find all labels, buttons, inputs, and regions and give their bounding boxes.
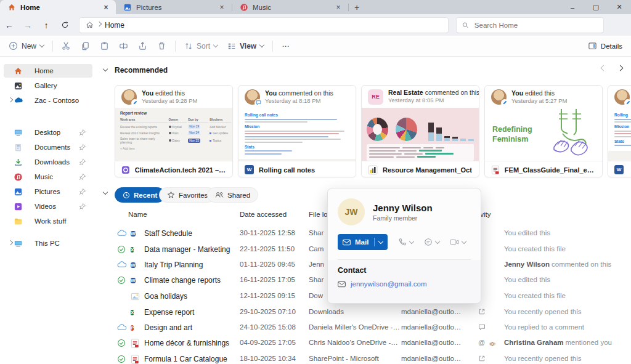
avatar [121, 89, 137, 105]
more-button[interactable]: ⋯ [277, 38, 294, 55]
table-row[interactable]: P Design and art 24-10-2025 15:08 Daniel… [96, 321, 631, 336]
activity-text: commented on this [552, 261, 611, 268]
sidebar-item-documents[interactable]: Documents [4, 140, 92, 154]
chevron-down-icon[interactable] [435, 238, 440, 243]
chevron-down-icon[interactable] [462, 238, 466, 243]
chevron-down-icon[interactable] [378, 238, 383, 243]
cut-button[interactable] [57, 38, 76, 55]
tab-music[interactable]: Music × [232, 0, 348, 14]
mail-button[interactable]: Mail [338, 234, 388, 250]
word-icon: W [614, 165, 624, 174]
chevron-down-icon[interactable] [409, 238, 414, 243]
chat-button[interactable] [424, 238, 439, 246]
search-box[interactable] [456, 17, 604, 33]
up-button[interactable]: ↑ [37, 20, 55, 30]
contact-email-link[interactable]: jennywilson@gmail.com [351, 280, 427, 288]
close-button[interactable]: ✕ [608, 0, 631, 14]
share-button[interactable] [133, 38, 152, 55]
chevron-expand-icon[interactable] [8, 97, 13, 102]
activity-text: mentioned you [566, 339, 612, 346]
carousel-prev-icon[interactable] [601, 65, 607, 71]
minimize-button[interactable]: – [561, 0, 584, 14]
table-row[interactable]: Formula 1 Car Catalogue 18-10-2025 10:34… [96, 352, 631, 364]
filter-label: Shared [227, 192, 250, 199]
chevron-down-icon [39, 42, 44, 47]
column-name[interactable]: Name [128, 211, 147, 218]
collapse-chevron-icon[interactable] [103, 190, 108, 195]
card-header: Youedited this Yesterday at 9:28 PM [115, 86, 232, 108]
card-header: Youcommented on this Yesterday at 8:18 P… [238, 86, 356, 108]
view-button[interactable]: View [222, 38, 269, 55]
sidebar-item-label: This PC [35, 240, 60, 247]
sidebar-item-desktop[interactable]: Desktop [4, 126, 92, 139]
recommended-section-header: Recommended [96, 64, 631, 78]
sidebar-item-zac-contoso[interactable]: Zac - Contoso [4, 94, 92, 107]
sidebar-item-home[interactable]: Home [4, 64, 92, 78]
back-button[interactable]: ← [0, 20, 18, 30]
recommended-card-climateaction[interactable]: Youedited this Yesterday at 9:28 PM Repo… [115, 85, 233, 177]
details-button[interactable]: Details [588, 41, 627, 51]
tab-home[interactable]: Home × [0, 0, 116, 14]
chevron-expand-icon[interactable] [8, 240, 13, 245]
video-call-button[interactable] [450, 238, 466, 246]
paste-button[interactable] [95, 38, 114, 55]
collapse-chevron-icon[interactable] [103, 67, 108, 71]
file-name[interactable]: Formula 1 Car Catalogue [144, 355, 227, 363]
file-name[interactable]: Home décor & furnishings [144, 339, 229, 347]
word-icon: W [131, 229, 136, 238]
pencil-badge-icon [624, 99, 631, 107]
rename-button[interactable] [114, 38, 133, 55]
pin-icon [79, 203, 86, 210]
sidebar: Home Gallery Zac - Contoso Desktop Docum… [0, 57, 97, 364]
call-button[interactable] [398, 238, 413, 246]
breadcrumb-location[interactable]: Home [105, 21, 124, 30]
recommended-card-rolling-call-notes[interactable]: Youcommented on this Yesterday at 8:18 P… [238, 85, 356, 177]
comment-icon [478, 323, 486, 331]
refresh-button[interactable] [55, 21, 74, 29]
maximize-button[interactable]: ▢ [584, 0, 608, 14]
recommended-card-partial[interactable]: Rolling Mission Stats W [608, 85, 631, 177]
sidebar-item-pictures[interactable]: Pictures [4, 185, 92, 198]
new-button[interactable]: New [4, 38, 49, 55]
opened-icon [478, 355, 486, 362]
delete-button[interactable] [152, 38, 171, 55]
file-name[interactable]: Italy Trip Planning [144, 261, 203, 269]
sort-button[interactable]: Sort [179, 38, 222, 55]
tab-pictures[interactable]: Pictures × [116, 0, 232, 14]
pencil-badge-icon [131, 99, 139, 107]
table-row[interactable]: X Expense report 29-10-2025 07:10 Downlo… [96, 305, 631, 321]
file-name[interactable]: Climate change reports [144, 276, 221, 285]
video-icon [450, 238, 459, 246]
forward-button[interactable]: → [18, 20, 37, 30]
file-name[interactable]: Design and art [144, 323, 192, 332]
details-pane-icon [588, 41, 597, 51]
new-tab-button[interactable]: + [349, 0, 365, 14]
breadcrumb[interactable]: Home [79, 17, 449, 33]
file-name[interactable]: Goa holidays [144, 292, 187, 301]
file-name[interactable]: Staff Schedule [144, 229, 192, 238]
sidebar-item-downloads[interactable]: Downloads [4, 155, 92, 169]
sidebar-item-this-pc[interactable]: This PC [4, 237, 92, 250]
tab-close-icon[interactable]: × [217, 3, 227, 12]
recommended-card-fem-classguide[interactable]: Youedited this Yesterday at 5:27 PM Rede… [484, 85, 603, 177]
tab-close-icon[interactable]: × [101, 3, 111, 12]
sidebar-item-gallery[interactable]: Gallery [4, 79, 92, 92]
search-input[interactable] [473, 21, 598, 30]
gallery-icon [14, 81, 23, 91]
column-date-accessed[interactable]: Date accessed [240, 211, 287, 218]
table-row[interactable]: Home décor & furnishings 04-09-2025 17:0… [96, 336, 631, 352]
image-icon [131, 292, 140, 301]
view-label: View [240, 42, 256, 51]
recommended-card-resource-management[interactable]: RE Real Estatecommented on this Yesterda… [361, 85, 479, 177]
carousel-next-icon[interactable] [617, 65, 624, 71]
filter-recent[interactable]: Recent [115, 187, 165, 203]
sidebar-item-music[interactable]: Music [4, 170, 92, 184]
filter-shared[interactable]: Shared [207, 187, 258, 203]
copy-button[interactable] [76, 38, 95, 55]
sidebar-item-work-stuff[interactable]: Work stuff [4, 214, 92, 228]
file-name[interactable]: Data manager - Marketing [144, 245, 230, 254]
documents-icon [14, 143, 23, 152]
tab-close-icon[interactable]: × [333, 3, 343, 12]
file-name[interactable]: Expense report [144, 308, 194, 317]
sidebar-item-videos[interactable]: Videos [4, 200, 92, 213]
